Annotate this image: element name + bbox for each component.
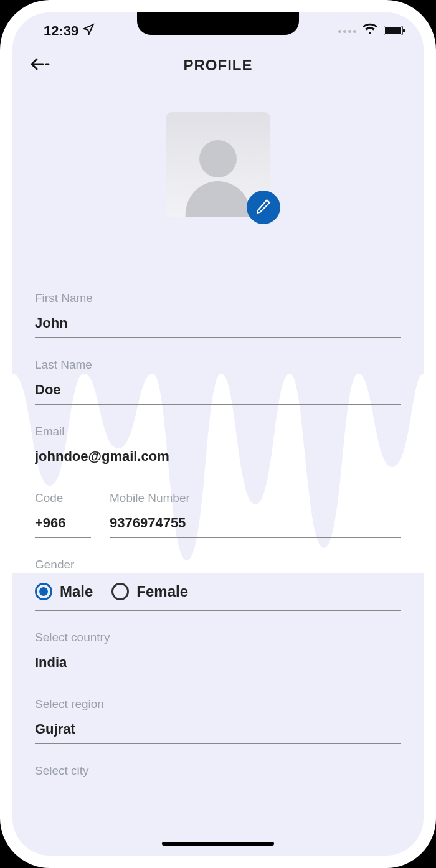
wifi-icon: [363, 23, 377, 39]
last-name-input[interactable]: [35, 378, 401, 405]
signal-dots-icon: [338, 30, 356, 33]
pencil-icon: [255, 198, 272, 217]
svg-point-3: [199, 140, 237, 177]
mobile-label: Mobile Number: [110, 491, 401, 505]
code-input[interactable]: [35, 511, 91, 538]
first-name-label: First Name: [35, 291, 401, 305]
country-label: Select country: [35, 631, 401, 644]
page-title: PROFILE: [183, 57, 252, 74]
edit-avatar-button[interactable]: [247, 191, 280, 224]
svg-rect-2: [403, 29, 405, 32]
status-time: 12:39: [44, 23, 78, 39]
gender-male-label: Male: [60, 583, 93, 600]
country-input[interactable]: [35, 651, 401, 677]
svg-rect-1: [385, 27, 401, 34]
email-input[interactable]: [35, 445, 401, 471]
first-name-input[interactable]: [35, 311, 401, 338]
gender-label: Gender: [35, 558, 401, 572]
mobile-input[interactable]: [110, 511, 401, 538]
gender-male-radio[interactable]: [35, 583, 52, 600]
profile-form: First Name Last Name Email Code Mobile N…: [12, 291, 424, 778]
region-input[interactable]: [35, 717, 401, 744]
battery-icon: [384, 23, 405, 39]
region-label: Select region: [35, 697, 401, 711]
gender-female-radio[interactable]: [111, 583, 129, 600]
gender-female-label: Female: [136, 583, 188, 600]
email-label: Email: [35, 425, 401, 438]
city-label: Select city: [35, 764, 401, 778]
header: PROFILE: [12, 44, 424, 87]
code-label: Code: [35, 491, 91, 505]
home-indicator[interactable]: [162, 842, 274, 846]
last-name-label: Last Name: [35, 358, 401, 372]
location-icon: [82, 23, 95, 39]
back-button[interactable]: [30, 55, 51, 76]
